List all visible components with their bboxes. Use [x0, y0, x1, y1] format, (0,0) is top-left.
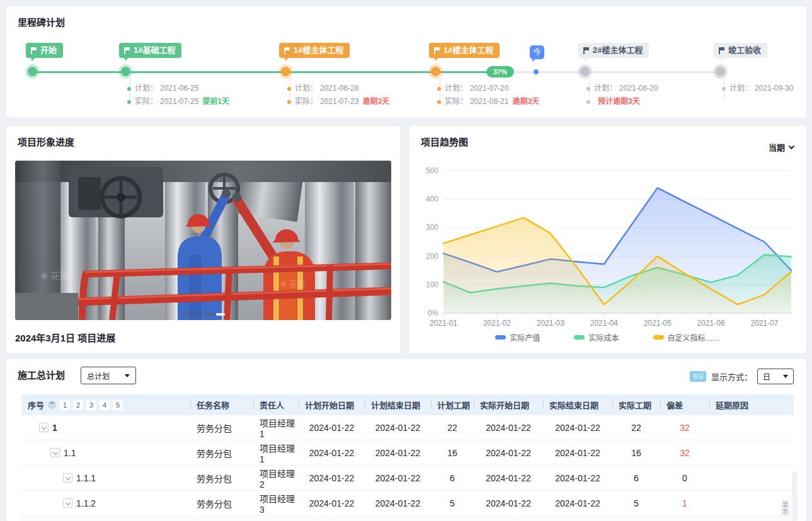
plan-end-cell: 2024-01-22: [365, 423, 431, 433]
table-clipped-row: [21, 516, 794, 521]
detail-dot: [722, 87, 726, 91]
plan-end-cell: 2024-01-22: [365, 473, 431, 483]
actual-end-cell: 2024-01-22: [543, 498, 612, 508]
plan-days-cell: 22: [431, 423, 474, 433]
milestone-flag-badge[interactable]: 1#楼主体工程: [279, 43, 350, 58]
svg-text:2021-07: 2021-07: [751, 319, 779, 328]
flag-icon: [583, 47, 590, 54]
column-deviation: 偏差: [660, 394, 709, 415]
caret-down-icon: [125, 374, 130, 377]
level-button-3[interactable]: 3: [86, 400, 96, 410]
detail-value: 2021-06-28: [320, 82, 358, 95]
milestone-details: 计划： 2021-06-28 实际： 2021-07-23 逾期3天: [287, 82, 389, 108]
legend-item-custom-metric[interactable]: 自定义指标……: [653, 332, 721, 343]
carousel-indicators: [15, 313, 391, 316]
flag-icon: [434, 47, 440, 54]
table-row[interactable]: 1.1 劳务分包 项目经理1 2024-01-22 2024-01-22 16 …: [21, 440, 794, 466]
level-button-2[interactable]: 2: [73, 400, 83, 410]
carousel-dot[interactable]: [193, 313, 202, 316]
project-photo-image: ❀ 花瓣 ❀ 花瓣: [15, 161, 391, 320]
photo-card-title: 项目形象进度: [18, 135, 74, 148]
table-scrollbar[interactable]: [792, 471, 798, 521]
carousel-dot[interactable]: [182, 313, 191, 316]
level-button-5[interactable]: 5: [113, 400, 123, 410]
display-mode-select[interactable]: 日: [757, 369, 794, 384]
project-photo[interactable]: ❀ 花瓣 ❀ 花瓣: [15, 161, 391, 320]
legend-label: 实际产值: [510, 332, 540, 343]
table-row[interactable]: 1 劳务分包 项目经理1 2024-01-22 2024-01-22 22 20…: [21, 415, 794, 440]
plan-type-select[interactable]: 总计划: [81, 367, 136, 384]
column-delay-reason: 延期原因: [709, 394, 794, 415]
legend-marker: [495, 335, 506, 340]
legend-item-actual-output[interactable]: 实际产值: [495, 332, 540, 343]
plan-start-cell: 2024-01-22: [299, 473, 365, 483]
milestone-flag-badge[interactable]: 开始: [26, 43, 63, 58]
milestone-node: [28, 67, 37, 76]
deviation-cell: 0: [682, 473, 687, 483]
milestone-node: [716, 67, 725, 76]
milestone-node: [580, 67, 590, 76]
display-mode-label: 显示方式：: [711, 370, 752, 382]
milestone-node: [281, 67, 290, 76]
actual-end-cell: 2024-01-22: [543, 448, 612, 458]
detail-dot: [586, 87, 590, 91]
milestone-flag-badge[interactable]: 竣工验收: [714, 43, 767, 58]
flag-icon: [31, 47, 37, 54]
svg-text:2021-04: 2021-04: [590, 319, 618, 328]
caret-down-icon: [783, 375, 788, 378]
seq-value: 1.1.2: [76, 498, 96, 508]
period-dropdown[interactable]: 当期: [769, 141, 794, 153]
detail-extra: 提前1天: [202, 95, 229, 108]
detail-label: 实际：: [445, 95, 467, 108]
plan-start-cell: 2024-01-22: [299, 448, 365, 458]
owner-cell: 项目经理1: [253, 416, 299, 439]
detail-label: 计划：: [594, 82, 617, 95]
seq-value: 1.1.1: [76, 473, 96, 483]
level-button-1[interactable]: 1: [60, 400, 70, 410]
milestone-flag-badge[interactable]: 2#楼主体工程: [578, 43, 649, 58]
today-marker-dot: [534, 69, 539, 74]
carousel-dot-active[interactable]: [216, 313, 225, 316]
detail-extra: 预计逾期3天: [598, 95, 640, 108]
trend-chart-canvas: 0%1002003004005002021-012021-022021-0320…: [416, 159, 800, 330]
milestone-label: 1#楼主体工程: [443, 43, 493, 58]
actual-days-cell: 6: [612, 473, 660, 483]
today-mini-badge[interactable]: 今日: [690, 371, 706, 382]
milestone-flag-badge[interactable]: 1#楼主体工程: [429, 43, 500, 58]
flag-icon: [719, 47, 725, 54]
row-expander-icon[interactable]: [63, 498, 72, 508]
task-cell: 劳务分包: [190, 472, 253, 484]
milestone-flag-badge[interactable]: 1#基础工程: [119, 43, 181, 58]
column-actual-start: 实际开始日期: [474, 394, 543, 415]
table-row[interactable]: 1.1.2 劳务分包 项目经理3 2024-01-22 2024-01-22 5…: [21, 491, 794, 516]
milestone-details: 计划： 2021-06-25 实际： 2021-07-25 提前1天: [127, 82, 229, 108]
task-cell: 劳务分包: [190, 421, 253, 434]
svg-text:2021-06: 2021-06: [697, 319, 725, 328]
seq-header-label: 序号: [28, 399, 44, 411]
row-expander-icon[interactable]: [63, 473, 72, 483]
detail-label: 实际：: [135, 95, 157, 108]
actual-start-cell: 2024-01-22: [474, 423, 543, 433]
seq-value: 1: [52, 423, 57, 433]
level-button-4[interactable]: 4: [100, 400, 110, 410]
detail-extra: 逾期3天: [362, 95, 389, 108]
svg-text:200: 200: [426, 252, 438, 261]
milestone-label: 2#楼主体工程: [593, 43, 643, 58]
row-expander-icon[interactable]: [39, 423, 49, 432]
detail-dot: [437, 100, 441, 104]
carousel-dot[interactable]: [205, 313, 214, 316]
milestone-details: 计划： 2021-07-20 实际： 2021-08-21 逾期3天: [437, 82, 539, 108]
project-image-progress-card: 项目形象进度: [6, 126, 400, 353]
side-vertical-tab[interactable]: 显示: [781, 500, 790, 517]
actual-end-cell: 2024-01-22: [543, 473, 612, 483]
milestone-plan-card: 里程碑计划 37% 今 开始 1#基础工程 1#楼主体工程 1#楼主体工程 2#…: [6, 6, 806, 117]
flag-icon: [124, 47, 130, 54]
table-row[interactable]: 1.1.1 劳务分包 项目经理2 2024-01-22 2024-01-22 6…: [21, 466, 794, 491]
row-expander-icon[interactable]: [50, 448, 60, 457]
plan-days-cell: 5: [431, 498, 474, 508]
flag-icon: [284, 47, 290, 54]
actual-start-cell: 2024-01-22: [474, 498, 543, 508]
column-actual-end: 实际结束日期: [543, 394, 612, 415]
legend-item-actual-cost[interactable]: 实际成本: [574, 332, 619, 343]
plan-end-cell: 2024-01-22: [365, 448, 431, 458]
